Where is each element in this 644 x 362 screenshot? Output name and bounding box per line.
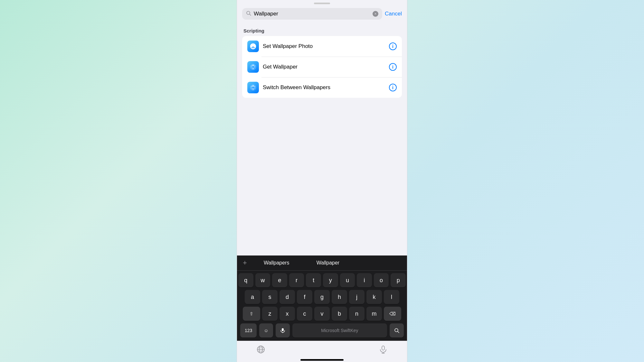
set-wallpaper-photo-icon (247, 41, 259, 52)
keyboard-rows: q w e r t y u i o p a s d f g h j k (237, 271, 407, 322)
action-item-get-wallpaper[interactable]: Get Wallpaper i (242, 57, 402, 77)
svg-line-1 (250, 14, 251, 15)
cancel-button[interactable]: Cancel (385, 11, 402, 17)
key-r[interactable]: r (289, 273, 304, 287)
mic-key[interactable] (276, 323, 290, 338)
svg-line-8 (398, 331, 399, 333)
search-input[interactable] (254, 11, 370, 17)
key-o[interactable]: o (374, 273, 389, 287)
key-n[interactable]: n (349, 307, 365, 321)
backspace-key[interactable]: ⌫ (384, 307, 401, 321)
drag-handle (314, 3, 330, 4)
search-key[interactable] (390, 323, 404, 338)
predictive-word-1[interactable]: Wallpapers (253, 260, 300, 266)
search-icon (246, 11, 251, 17)
key-p[interactable]: p (391, 273, 406, 287)
nav-bar (237, 341, 407, 357)
key-b[interactable]: b (332, 307, 347, 321)
key-u[interactable]: u (340, 273, 355, 287)
get-wallpaper-label: Get Wallpaper (263, 64, 385, 70)
key-s[interactable]: s (262, 290, 278, 304)
key-z[interactable]: z (262, 307, 278, 321)
key-e[interactable]: e (272, 273, 287, 287)
key-row-3: ⇧ z x c v b n m ⌫ (238, 307, 406, 321)
shift-key[interactable]: ⇧ (243, 307, 260, 321)
key-d[interactable]: d (279, 290, 295, 304)
content-area: Scripting Set Wal (237, 23, 407, 255)
key-i[interactable]: i (357, 273, 372, 287)
phone-container: × Cancel Scripting (237, 0, 407, 362)
key-k[interactable]: k (366, 290, 382, 304)
spacebar-key[interactable]: Microsoft SwiftKey (292, 323, 387, 338)
key-y[interactable]: y (323, 273, 338, 287)
emoji-key[interactable]: ☺ (259, 323, 273, 338)
key-x[interactable]: x (279, 307, 295, 321)
key-c[interactable]: c (297, 307, 312, 321)
key-f[interactable]: f (297, 290, 312, 304)
svg-rect-5 (282, 328, 284, 331)
key-w[interactable]: w (255, 273, 270, 287)
keyboard-bottom-row: 123 ☺ Microsoft SwiftKey (237, 322, 407, 341)
predictive-word-2[interactable]: Wallpaper (304, 260, 352, 266)
set-wallpaper-photo-info[interactable]: i (389, 42, 397, 50)
set-wallpaper-photo-label: Set Wallpaper Photo (263, 43, 385, 50)
key-m[interactable]: m (366, 307, 382, 321)
key-q[interactable]: q (238, 273, 253, 287)
clear-icon[interactable]: × (373, 11, 378, 17)
predictive-plus[interactable]: + (241, 258, 249, 268)
switch-wallpapers-label: Switch Between Wallpapers (263, 84, 385, 91)
globe-icon[interactable] (256, 345, 265, 354)
key-j[interactable]: j (349, 290, 365, 304)
numbers-key[interactable]: 123 (240, 323, 257, 338)
action-list: Set Wallpaper Photo i (242, 36, 402, 98)
get-wallpaper-icon (247, 61, 259, 73)
switch-wallpapers-icon (247, 82, 259, 93)
key-h[interactable]: h (332, 290, 347, 304)
action-item-switch-wallpapers[interactable]: Switch Between Wallpapers i (242, 77, 402, 98)
key-g[interactable]: g (314, 290, 330, 304)
switch-wallpapers-info[interactable]: i (389, 84, 397, 91)
predictive-bar: + Wallpapers Wallpaper (237, 255, 407, 271)
search-input-wrapper[interactable]: × (242, 8, 382, 20)
svg-rect-14 (382, 346, 384, 350)
microphone-icon[interactable] (379, 345, 388, 354)
key-l[interactable]: l (384, 290, 399, 304)
key-a[interactable]: a (245, 290, 260, 304)
key-row-2: a s d f g h j k l (238, 290, 406, 304)
search-bar: × Cancel (242, 8, 402, 20)
section-header: Scripting (237, 23, 407, 36)
key-row-1: q w e r t y u i o p (238, 273, 406, 287)
get-wallpaper-info[interactable]: i (389, 63, 397, 71)
keyboard-area: + Wallpapers Wallpaper q w e r t y u i o… (237, 255, 407, 341)
key-v[interactable]: v (314, 307, 330, 321)
key-t[interactable]: t (306, 273, 321, 287)
action-item-set-wallpaper-photo[interactable]: Set Wallpaper Photo i (242, 36, 402, 57)
home-indicator (300, 359, 344, 361)
